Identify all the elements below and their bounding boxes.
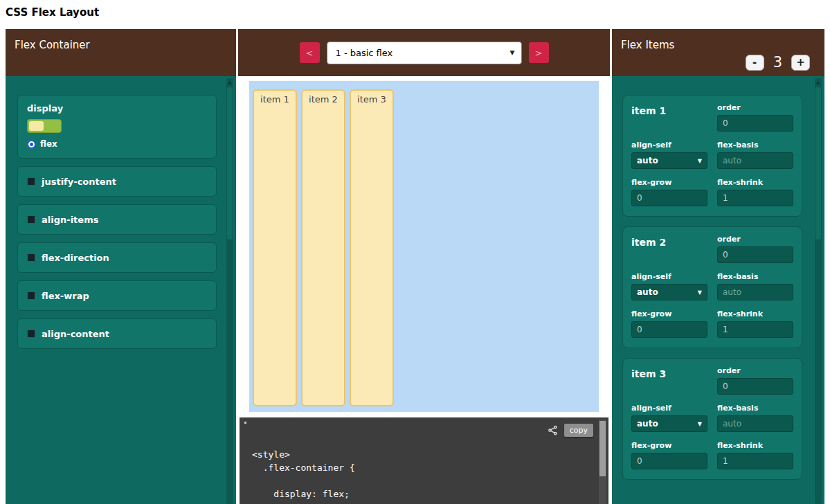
flex-basis-input[interactable] (717, 415, 793, 432)
align-self-field: align-self auto ▼ (631, 141, 707, 169)
flex-radio-row[interactable]: flex (27, 139, 207, 149)
flex-container-title: Flex Container (15, 39, 90, 51)
option-label: flex-direction (42, 253, 109, 263)
order-input[interactable] (717, 115, 793, 132)
page-title: CSS Flex Layout (6, 6, 99, 19)
example-select-value: 1 - basic flex (336, 48, 393, 58)
next-example-button[interactable]: > (529, 42, 549, 63)
code-line: display: flex; (252, 487, 588, 501)
flex-basis-input[interactable] (717, 152, 793, 169)
flex-shrink-label: flex-shrink (717, 178, 793, 187)
align-self-select[interactable]: auto ▼ (631, 152, 707, 169)
justify-content-checkbox[interactable] (27, 177, 35, 186)
flex-shrink-field: flex-shrink (717, 178, 793, 206)
item-card: item 2 order align-self auto ▼ flex-basi… (622, 226, 802, 348)
flex-basis-input[interactable] (717, 284, 793, 300)
flex-grow-input[interactable] (631, 321, 707, 338)
flex-preview-container: item 1 item 2 item 3 (249, 81, 599, 412)
app: CSS Flex Layout Flex Container display f… (0, 0, 830, 504)
example-select[interactable]: 1 - basic flex ▼ (327, 42, 522, 64)
flex-basis-label: flex-basis (717, 404, 793, 413)
item-card: item 1 order align-self auto ▼ flex-basi… (622, 95, 802, 217)
flex-grow-label: flex-grow (631, 178, 707, 187)
align-items-checkbox[interactable] (27, 215, 35, 224)
flex-basis-field: flex-basis (717, 272, 793, 300)
flex-item: item 3 (350, 89, 394, 406)
remove-item-button[interactable]: - (746, 55, 764, 71)
share-icon[interactable] (548, 425, 558, 435)
flex-grow-input[interactable] (631, 453, 707, 469)
order-field: order (717, 366, 793, 395)
chevron-down-icon: ▼ (698, 289, 702, 296)
align-content-checkbox[interactable] (27, 330, 35, 338)
flex-basis-label: flex-basis (717, 272, 793, 281)
order-input[interactable] (717, 246, 793, 263)
copy-button[interactable]: copy (564, 424, 593, 437)
order-label: order (717, 235, 793, 244)
align-self-select[interactable]: auto ▼ (631, 415, 707, 432)
flex-shrink-field: flex-shrink (717, 441, 793, 469)
flex-items-panel: Flex Items - 3 + item 1 order align-se (612, 29, 824, 504)
toggle-knob (29, 121, 44, 131)
flex-container-body: display flex justify-content align-item (6, 76, 236, 504)
option-justify-content[interactable]: justify-content (17, 166, 217, 197)
flex-item: item 1 (253, 89, 297, 406)
flex-basis-field: flex-basis (717, 404, 793, 432)
scroll-up-icon[interactable]: ▲ (815, 78, 822, 87)
flex-shrink-input[interactable] (717, 321, 793, 338)
layout-columns: Flex Container display flex justify-cont… (6, 29, 824, 504)
align-self-label: align-self (631, 404, 707, 413)
preview-body: item 1 item 2 item 3 (238, 76, 610, 504)
display-toggle[interactable] (27, 119, 62, 133)
flex-container-header: Flex Container (6, 29, 236, 76)
flex-radio-label: flex (40, 139, 57, 149)
flex-wrap-checkbox[interactable] (27, 291, 35, 300)
scrollbar-thumb[interactable] (227, 87, 233, 240)
code-line: <style> (252, 448, 588, 461)
left-scrollbar[interactable]: ▲ (226, 78, 233, 504)
flex-grow-label: flex-grow (631, 309, 707, 318)
preview-panel: < 1 - basic flex ▼ > item 1 item 2 item … (238, 29, 610, 504)
option-label: flex-wrap (42, 291, 89, 301)
order-label: order (717, 366, 793, 375)
display-card: display flex (17, 95, 217, 159)
flex-grow-field: flex-grow (631, 178, 707, 206)
order-input[interactable] (717, 378, 793, 395)
item-count: 3 (773, 54, 782, 71)
chevron-down-icon: ▼ (698, 421, 702, 427)
flex-shrink-input[interactable] (717, 453, 793, 469)
flex-shrink-label: flex-shrink (717, 309, 793, 318)
option-flex-direction[interactable]: flex-direction (17, 242, 217, 273)
item-count-controls: - 3 + (746, 54, 810, 71)
flex-shrink-label: flex-shrink (717, 441, 793, 450)
align-self-value: auto (637, 156, 658, 165)
scrollbar-thumb[interactable] (599, 421, 606, 476)
add-item-button[interactable]: + (791, 55, 810, 71)
code-scrollbar[interactable] (599, 420, 606, 504)
scrollbar-thumb[interactable] (815, 87, 821, 240)
flex-shrink-input[interactable] (717, 190, 793, 206)
flex-grow-field: flex-grow (631, 309, 707, 338)
flex-basis-label: flex-basis (717, 141, 793, 150)
scroll-up-icon[interactable]: ▲ (226, 78, 233, 87)
flex-grow-input[interactable] (631, 190, 707, 206)
chevron-down-icon: ▼ (510, 49, 515, 56)
code-tools: copy (548, 424, 593, 437)
flex-radio[interactable] (27, 140, 36, 149)
option-align-items[interactable]: align-items (17, 204, 217, 235)
item-card-title: item 2 (631, 235, 707, 263)
align-self-value: auto (637, 419, 658, 429)
flex-direction-checkbox[interactable] (27, 253, 35, 262)
code-caret-dot (244, 422, 246, 424)
right-scrollbar[interactable]: ▲ (815, 78, 822, 504)
prev-example-button[interactable]: < (300, 42, 320, 63)
option-flex-wrap[interactable]: flex-wrap (17, 280, 217, 311)
code-line: .flex-container { (252, 461, 588, 474)
code-panel: copy <style> .flex-container { display: … (240, 417, 608, 504)
align-self-label: align-self (631, 272, 707, 281)
option-align-content[interactable]: align-content (17, 318, 217, 349)
align-self-label: align-self (631, 141, 707, 150)
align-self-select[interactable]: auto ▼ (631, 284, 707, 300)
flex-basis-field: flex-basis (717, 141, 793, 169)
flex-items-title: Flex Items (621, 39, 674, 51)
